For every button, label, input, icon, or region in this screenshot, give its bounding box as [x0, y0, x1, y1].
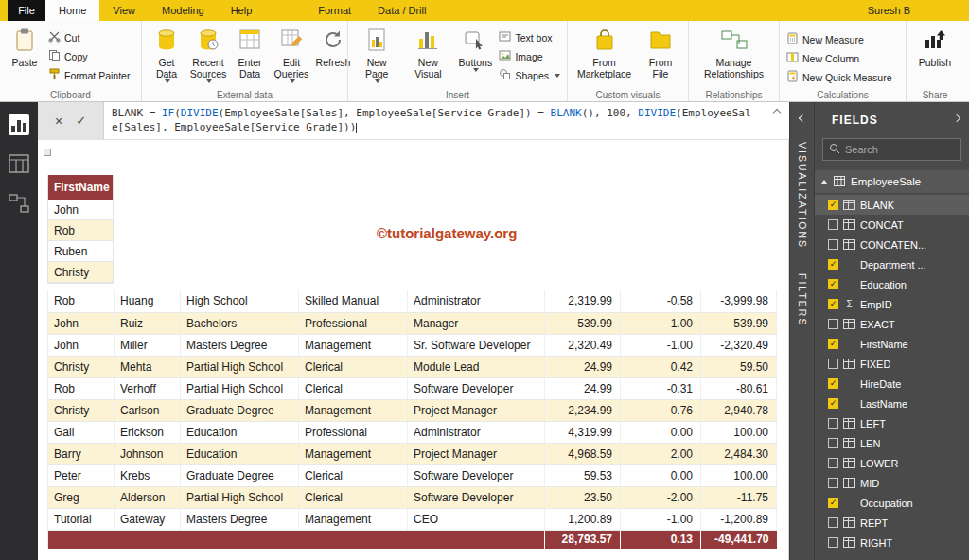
- fragment-row[interactable]: Rob: [48, 220, 113, 241]
- report-canvas[interactable]: FirstName JohnRobRubenChristy ©tutorialg…: [38, 140, 789, 560]
- tab-data-drill[interactable]: Data / Drill: [364, 0, 439, 21]
- field-checkbox-unchecked[interactable]: [828, 438, 838, 448]
- formula-text[interactable]: BLANK = IF(DIVIDE(EmployeeSale[Sales], E…: [104, 102, 765, 139]
- table-row[interactable]: JohnMillerMasters DegreeManagementSr. So…: [48, 334, 777, 356]
- table-row[interactable]: ChristyCarlsonGraduate DegreeManagementP…: [48, 399, 777, 421]
- field-checkbox-unchecked[interactable]: [828, 418, 838, 429]
- field-item-hiredate[interactable]: ✓HireDate: [815, 374, 969, 394]
- field-item-blank[interactable]: ✓BLANK: [815, 195, 969, 215]
- formula-segment: DIVIDE: [181, 107, 219, 119]
- fields-search-box[interactable]: [822, 138, 961, 161]
- table-row[interactable]: GailEricksonEducationProfessionalAdminis…: [48, 421, 777, 443]
- small-table-visual[interactable]: FirstName JohnRobRubenChristy: [47, 175, 114, 284]
- field-checkbox-checked[interactable]: ✓: [828, 498, 838, 508]
- table-row[interactable]: BarryJohnsonEducationManagementProject M…: [48, 443, 777, 464]
- field-item-mid[interactable]: MID: [815, 473, 969, 493]
- from-marketplace-button[interactable]: From Marketplace: [572, 25, 637, 79]
- image-button[interactable]: Image: [496, 48, 563, 64]
- filters-panel-collapsed[interactable]: FILTERS: [797, 273, 808, 326]
- buttons-button[interactable]: Buttons: [454, 25, 496, 72]
- field-checkbox-checked[interactable]: ✓: [828, 279, 838, 289]
- commit-formula-icon[interactable]: ✓: [76, 114, 86, 127]
- tab-help[interactable]: Help: [218, 0, 266, 21]
- field-item-lastname[interactable]: ✓LastName: [815, 394, 969, 413]
- field-checkbox-checked[interactable]: ✓: [828, 299, 838, 309]
- field-item-firstname[interactable]: ✓FirstName: [815, 334, 969, 354]
- field-item-concat[interactable]: CONCAT: [815, 215, 969, 235]
- report-view-button[interactable]: [6, 112, 32, 138]
- model-view-button[interactable]: [6, 191, 32, 218]
- manage-relationships-button[interactable]: Manage Relationships: [693, 25, 775, 79]
- formula-collapse-button[interactable]: [765, 102, 789, 139]
- field-checkbox-checked[interactable]: ✓: [828, 398, 838, 409]
- field-checkbox-unchecked[interactable]: [828, 458, 838, 468]
- edit-queries-button[interactable]: Edit Queries: [271, 25, 312, 83]
- field-checkbox-unchecked[interactable]: [828, 478, 838, 488]
- field-item-len[interactable]: LEN: [815, 433, 969, 453]
- field-checkbox-unchecked[interactable]: [828, 359, 838, 369]
- field-checkbox-unchecked[interactable]: [828, 517, 838, 528]
- field-item-occupation[interactable]: ✓Occupation: [815, 493, 969, 513]
- field-checkbox-unchecked[interactable]: [828, 537, 838, 548]
- publish-button[interactable]: Publish: [914, 25, 956, 68]
- field-checkbox-checked[interactable]: ✓: [828, 200, 838, 210]
- table-row[interactable]: ChristyMehtaPartial High SchoolClericalM…: [48, 356, 777, 377]
- get-data-button[interactable]: Get Data: [146, 25, 187, 83]
- new-visual-button[interactable]: New Visual: [401, 25, 454, 79]
- format-painter-button[interactable]: Format Painter: [45, 67, 132, 83]
- fragment-row[interactable]: Ruben: [48, 241, 113, 262]
- expand-panel-chevron-icon[interactable]: [798, 114, 805, 122]
- field-item-department[interactable]: ✓Department ...: [815, 254, 969, 274]
- field-item-lower[interactable]: LOWER: [815, 453, 969, 473]
- field-checkbox-unchecked[interactable]: [828, 219, 838, 230]
- visual-drag-handle[interactable]: [44, 149, 51, 156]
- field-item-exact[interactable]: EXACT: [815, 314, 969, 334]
- fragment-rows: JohnRobRubenChristy: [48, 200, 113, 283]
- table-node-employeesale[interactable]: EmployeeSale: [815, 170, 969, 193]
- field-item-fixed[interactable]: FIXED: [815, 354, 969, 374]
- fields-search-input[interactable]: [845, 144, 969, 155]
- tab-modeling[interactable]: Modeling: [149, 0, 218, 21]
- tab-view[interactable]: View: [99, 0, 149, 21]
- fragment-row[interactable]: Christy: [48, 262, 113, 283]
- field-checkbox-checked[interactable]: ✓: [828, 378, 838, 389]
- new-column-button[interactable]: New Column: [784, 50, 895, 66]
- shapes-button[interactable]: Shapes: [496, 67, 563, 83]
- fragment-row[interactable]: John: [48, 200, 113, 220]
- field-checkbox-unchecked[interactable]: [828, 319, 838, 329]
- from-file-button[interactable]: From File: [637, 25, 684, 79]
- field-item-education[interactable]: ✓Education: [815, 274, 969, 294]
- column-header-firstname[interactable]: FirstName: [48, 175, 113, 200]
- field-checkbox-checked[interactable]: ✓: [828, 339, 838, 349]
- copy-button[interactable]: Copy: [45, 48, 132, 64]
- signed-in-user[interactable]: Suresh B: [868, 0, 910, 21]
- new-measure-button[interactable]: New Measure: [784, 31, 895, 47]
- paste-button[interactable]: Paste: [4, 25, 45, 68]
- new-page-button[interactable]: New Page: [352, 25, 401, 83]
- table-row[interactable]: RobHuangHigh SchoolSkilled ManualAdminis…: [48, 290, 777, 312]
- field-item-concaten[interactable]: CONCATEN...: [815, 235, 969, 254]
- table-row[interactable]: RobVerhoffPartial High SchoolClericalSof…: [48, 377, 777, 399]
- cancel-formula-icon[interactable]: ×: [55, 114, 62, 128]
- tab-format[interactable]: Format: [305, 0, 364, 21]
- tab-home[interactable]: Home: [45, 0, 99, 21]
- recent-sources-button[interactable]: Recent Sources: [187, 25, 229, 83]
- table-row[interactable]: PeterKrebsGraduate DegreeClericalSoftwar…: [48, 464, 777, 486]
- text-box-button[interactable]: Text box: [496, 29, 563, 45]
- new-quick-measure-button[interactable]: New Quick Measure: [784, 69, 895, 85]
- table-row[interactable]: GregAldersonPartial High SchoolClericalS…: [48, 486, 777, 508]
- visualizations-panel-collapsed[interactable]: VISUALIZATIONS: [797, 142, 808, 249]
- field-item-empid[interactable]: ✓ΣEmpID: [815, 294, 969, 314]
- enter-data-button[interactable]: Enter Data: [229, 25, 271, 79]
- table-row[interactable]: JohnRuizBachelorsProfessionalManager539.…: [48, 312, 777, 334]
- field-checkbox-unchecked[interactable]: [828, 239, 838, 250]
- table-row[interactable]: TutorialGatewayMasters DegreeManagementC…: [48, 508, 777, 530]
- data-view-button[interactable]: [6, 151, 32, 178]
- field-item-left[interactable]: LEFT: [815, 413, 969, 433]
- field-checkbox-checked[interactable]: ✓: [828, 259, 838, 270]
- field-item-rept[interactable]: REPT: [815, 513, 969, 533]
- field-item-right[interactable]: RIGHT: [815, 533, 969, 552]
- employee-table-visual[interactable]: RobHuangHigh SchoolSkilled ManualAdminis…: [47, 290, 777, 549]
- cut-button[interactable]: Cut: [45, 29, 132, 45]
- tab-file[interactable]: File: [8, 0, 45, 21]
